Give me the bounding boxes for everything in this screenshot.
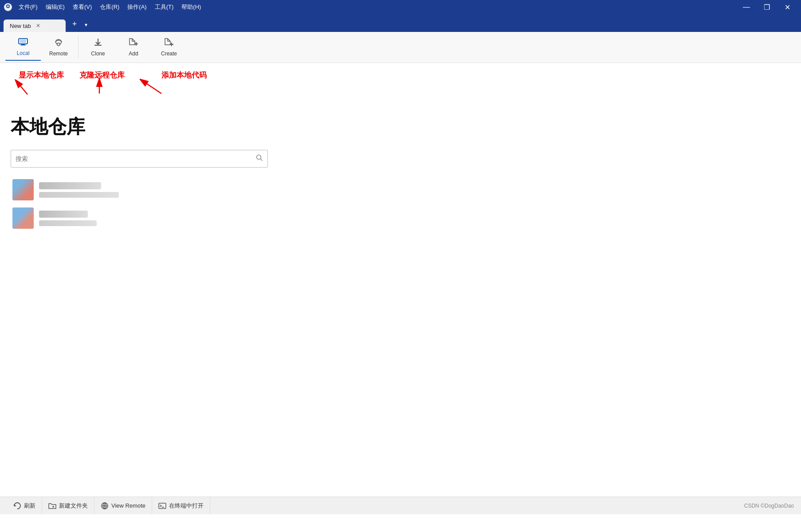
repo-path (39, 192, 119, 198)
menu-tools[interactable]: 工具(T) (151, 2, 177, 12)
svg-rect-5 (21, 44, 25, 45)
annotation-clone: 克隆远程仓库 (79, 70, 125, 80)
globe-icon (101, 502, 109, 510)
refresh-icon (13, 502, 21, 510)
tab-newtab[interactable]: New tab ✕ (4, 20, 66, 32)
repo-item[interactable] (11, 205, 790, 231)
menu-edit[interactable]: 编辑(E) (42, 2, 68, 12)
tabbar: New tab ✕ + ▾ (0, 14, 801, 32)
maximize-button[interactable]: ❐ (757, 0, 777, 14)
repo-name (39, 211, 88, 218)
toolbar-clone-label: Clone (91, 51, 105, 57)
clone-icon (93, 38, 103, 49)
annotation-local: 显示本地仓库 (19, 70, 64, 82)
repo-item[interactable] (11, 176, 790, 203)
toolbar-remote[interactable]: Remote (41, 34, 76, 61)
page-title: 本地仓库 (11, 114, 790, 139)
svg-rect-23 (159, 503, 166, 509)
toolbar-divider (78, 36, 79, 59)
new-tab-button[interactable]: + (68, 18, 81, 30)
svg-rect-6 (20, 45, 26, 46)
search-container (11, 150, 268, 168)
toolbar-local-label: Local (17, 50, 30, 56)
search-icon (256, 154, 263, 161)
svg-point-15 (257, 155, 261, 160)
annotation-area: 显示本地仓库 克隆远程仓库 添加本地代码 (11, 70, 790, 110)
toolbar-add[interactable]: Add (116, 34, 151, 61)
toolbar: Local Remote Clone (0, 32, 801, 63)
statusbar: 刷新 新建文件夹 View Remote (0, 497, 801, 514)
svg-line-12 (16, 81, 27, 94)
status-new-folder[interactable]: 新建文件夹 (42, 497, 94, 515)
menu-repo[interactable]: 仓库(R) (96, 2, 123, 12)
app-logo (4, 3, 12, 12)
status-view-remote[interactable]: View Remote (94, 497, 152, 515)
repo-path (39, 220, 97, 226)
toolbar-create-label: Create (161, 51, 177, 57)
menu-file[interactable]: 文件(F) (15, 2, 41, 12)
annotation-add: 添加本地代码 (161, 70, 207, 80)
terminal-label: 在终端中打开 (169, 502, 204, 510)
toolbar-clone[interactable]: Clone (80, 34, 116, 61)
new-folder-label: 新建文件夹 (59, 502, 88, 510)
toolbar-create[interactable]: Create (151, 34, 187, 61)
refresh-label: 刷新 (24, 502, 35, 510)
titlebar-controls: — ❐ ✕ (736, 0, 797, 14)
copyright-text: CSDN ©DogDaoDao (744, 503, 794, 509)
repo-avatar (12, 207, 34, 229)
minimize-button[interactable]: — (736, 0, 757, 14)
svg-rect-4 (20, 39, 26, 43)
titlebar-left: 文件(F) 编辑(E) 查看(V) 仓库(R) 操作(A) 工具(T) 帮助(H… (4, 2, 204, 12)
arrow-clone (93, 78, 110, 96)
terminal-icon (158, 502, 166, 510)
tab-close-button[interactable]: ✕ (35, 22, 42, 29)
view-remote-label: View Remote (111, 502, 145, 509)
tab-dropdown-button[interactable]: ▾ (81, 20, 91, 30)
repo-list (11, 176, 790, 231)
remote-icon (53, 38, 64, 49)
close-button[interactable]: ✕ (777, 0, 797, 14)
local-icon (18, 37, 28, 48)
search-button[interactable] (256, 154, 263, 163)
menu-view[interactable]: 查看(V) (69, 2, 95, 12)
menu-bar: 文件(F) 编辑(E) 查看(V) 仓库(R) 操作(A) 工具(T) 帮助(H… (15, 2, 204, 12)
arrow-add (137, 78, 164, 96)
menu-help[interactable]: 帮助(H) (178, 2, 204, 12)
arrow-local (14, 79, 32, 97)
repo-info (39, 182, 119, 198)
main-content: 显示本地仓库 克隆远程仓库 添加本地代码 (0, 63, 801, 239)
tab-label: New tab (10, 23, 31, 29)
svg-point-2 (7, 5, 9, 7)
status-terminal[interactable]: 在终端中打开 (152, 497, 210, 515)
toolbar-remote-label: Remote (49, 51, 68, 57)
search-input[interactable] (16, 155, 256, 162)
repo-info (39, 211, 97, 226)
status-refresh[interactable]: 刷新 (7, 497, 42, 515)
svg-line-16 (261, 159, 263, 161)
content-area: 显示本地仓库 克隆远程仓库 添加本地代码 (0, 63, 801, 514)
annotation-add-text: 添加本地代码 (161, 70, 207, 80)
repo-name (39, 182, 101, 189)
repo-avatar (12, 179, 34, 200)
add-icon (128, 38, 139, 49)
svg-line-14 (141, 80, 161, 94)
create-icon (164, 38, 174, 49)
titlebar: 文件(F) 编辑(E) 查看(V) 仓库(R) 操作(A) 工具(T) 帮助(H… (0, 0, 801, 14)
new-folder-icon (48, 502, 56, 510)
toolbar-add-label: Add (129, 51, 138, 57)
menu-action[interactable]: 操作(A) (124, 2, 150, 12)
toolbar-local[interactable]: Local (5, 34, 41, 61)
